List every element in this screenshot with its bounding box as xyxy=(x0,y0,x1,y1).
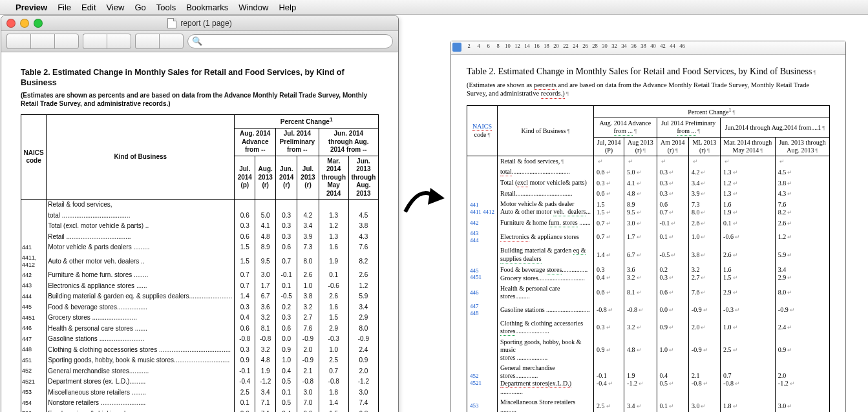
search-icon: 🔍 xyxy=(192,36,202,46)
table-row: 446 Health & personal care stores ......… xyxy=(21,324,379,335)
minimize-icon[interactable] xyxy=(20,19,29,28)
ruler-tick: 18 xyxy=(542,43,551,49)
arrow-icon xyxy=(402,183,447,221)
zoom-out-button[interactable] xyxy=(83,34,107,49)
ruler-tick: 12 xyxy=(513,43,522,49)
preview-window: report (1 page) 🔍 Table 2. Estimated Cha… xyxy=(1,15,399,412)
word-table: NAICScode¶ Kind of Business¶ Percent Cha… xyxy=(467,105,830,412)
ruler-tick: 30 xyxy=(600,43,609,49)
table-row: 443444 Electronics & appliance stores 0.… xyxy=(467,229,830,245)
table-row: Retail & food services, xyxy=(21,200,379,211)
ruler-origin-icon[interactable] xyxy=(452,43,461,52)
table-row: 452 General merchandise stores..........… xyxy=(21,366,379,377)
mac-menubar[interactable]: Preview File Edit View Go Tools Bookmark… xyxy=(0,0,868,15)
ruler-tick: 28 xyxy=(590,43,600,49)
menu-bookmarks[interactable]: Bookmarks xyxy=(186,3,228,12)
table-row: 454 Nonstore retailers .................… xyxy=(21,398,379,409)
table-row: 447448 Gasoline stations ...............… xyxy=(467,302,830,318)
pdf-page: Table 2. Estimated Change in Monthly Sal… xyxy=(1,52,398,412)
menu-edit[interactable]: Edit xyxy=(81,3,96,12)
view-mode-segment[interactable] xyxy=(6,34,79,49)
table-row: 453 Miscellaneous Store retailers ......… xyxy=(467,397,830,413)
next-page-button[interactable] xyxy=(159,34,184,49)
ruler-tick: 32 xyxy=(609,43,619,49)
table-row: 4454451 Food & beverage stores..........… xyxy=(467,265,830,283)
table-row: 4524521 General merchandise stores......… xyxy=(467,363,830,397)
ruler-tick: 46 xyxy=(677,43,687,49)
ruler-tick: 2 xyxy=(464,43,474,49)
word-title: Table 2. Estimated Change in Monthly Sal… xyxy=(467,67,830,77)
table-row: total ..................................… xyxy=(21,211,379,221)
transform-arrow xyxy=(399,15,450,221)
table-row: 4451 Grocery stores ....................… xyxy=(21,313,379,324)
search-input[interactable] xyxy=(187,34,393,48)
table-row: Total (excl motor vehicle& parts) 0.3↵4.… xyxy=(467,178,830,189)
table-row: Building material & garden eq &supplies … xyxy=(467,245,830,265)
ruler-tick: 42 xyxy=(658,43,668,49)
window-title: report (1 page) xyxy=(180,19,231,28)
table-row: Clothing & clothing accessoriesstores...… xyxy=(467,318,830,337)
table-row: 444 Building material & garden eq. & sup… xyxy=(21,291,379,302)
ruler-tick: 20 xyxy=(551,43,561,49)
document-icon xyxy=(167,18,176,28)
table-row: 453 Miscellaneous store retailers ......… xyxy=(21,387,379,398)
zoom-in-button[interactable] xyxy=(107,34,131,49)
menu-window[interactable]: Window xyxy=(238,3,268,12)
menu-preview[interactable]: Preview xyxy=(16,3,47,12)
table-row: Sporting goods, hobby, book & musicstore… xyxy=(467,337,830,363)
ruler-tick: 34 xyxy=(619,43,629,49)
table-row: 4414411 4412 Motor vehicle & pads dealer… xyxy=(467,199,830,218)
view-mode-3[interactable] xyxy=(54,34,79,49)
table-row: 443 Electronics & appliance stores .....… xyxy=(21,281,379,292)
ruler-tick: 40 xyxy=(648,43,658,49)
search-field-wrap: 🔍 xyxy=(187,34,393,48)
view-mode-1[interactable] xyxy=(6,34,30,49)
ruler-tick: 24 xyxy=(571,43,580,49)
prev-page-button[interactable] xyxy=(135,34,159,49)
ruler-tick: 4 xyxy=(474,43,483,49)
menu-go[interactable]: Go xyxy=(134,3,145,12)
ruler-tick: 10 xyxy=(503,43,513,49)
page-nav-segment[interactable] xyxy=(135,34,184,49)
table-row: Retail .................................… xyxy=(21,232,379,243)
zoom-segment[interactable] xyxy=(83,34,131,49)
table-row: Retail..................................… xyxy=(467,189,830,199)
ruler-tick: 36 xyxy=(629,43,639,49)
table-row: 4411, 4412 Auto & other motor veh. deale… xyxy=(21,253,379,271)
table-row: 442 Furniture & home furn. stores ......… xyxy=(21,270,379,281)
toolbar: 🔍 xyxy=(1,31,398,52)
ruler-tick: 16 xyxy=(532,43,542,49)
close-icon[interactable] xyxy=(6,19,16,28)
table-row: 451 Sporting goods, hobby, book & music … xyxy=(21,355,379,366)
titlebar[interactable]: report (1 page) xyxy=(1,16,398,31)
table-row: 446 Health & personal care stores.......… xyxy=(467,283,830,302)
menu-view[interactable]: View xyxy=(107,3,125,12)
ruler-tick: 26 xyxy=(580,43,590,49)
menu-tools[interactable]: Tools xyxy=(156,3,176,12)
word-page: Table 2. Estimated Change in Monthly Sal… xyxy=(451,55,845,412)
table-title: Table 2. Estimated Change in Monthly Sal… xyxy=(21,68,379,88)
ruler-tick: 14 xyxy=(522,43,532,49)
table-subtitle: (Estimates are shown as percents and are… xyxy=(21,92,379,108)
ruler-tick: 44 xyxy=(668,43,677,49)
ruler[interactable]: 2468101214161820222426283032343638404244… xyxy=(451,41,845,55)
table-row: 441 Motor vehicle & parts dealers ......… xyxy=(21,242,379,253)
ruler-tick: 38 xyxy=(639,43,648,49)
table-row: Retail & food services,¶ ↵↵↵↵↵↵ xyxy=(467,156,830,167)
data-table: NAICS code Kind of Business Percent Chan… xyxy=(21,114,379,412)
word-subtitle: (Estimates are shown as percents and are… xyxy=(467,81,830,99)
table-row: 442 Furniture & home furn. stores ......… xyxy=(467,218,830,229)
ruler-tick: 6 xyxy=(483,43,493,49)
menu-help[interactable]: Help xyxy=(279,3,296,12)
table-row: 445 Food & beverage stores..............… xyxy=(21,302,379,313)
ruler-tick: 8 xyxy=(493,43,503,49)
table-row: total...................................… xyxy=(467,167,830,178)
pilcrow-icon: ¶ xyxy=(813,69,816,76)
table-row: Total (excl. motor vehicle & parts) .. 0… xyxy=(21,221,379,232)
table-row: 722 Food services & drinking places ....… xyxy=(21,409,379,412)
view-mode-2[interactable] xyxy=(30,34,54,49)
menu-file[interactable]: File xyxy=(58,3,71,12)
zoom-icon[interactable] xyxy=(34,19,43,28)
ruler-tick: 22 xyxy=(561,43,571,49)
table-row: 4521 Department stores (ex. L.D.).......… xyxy=(21,376,379,387)
